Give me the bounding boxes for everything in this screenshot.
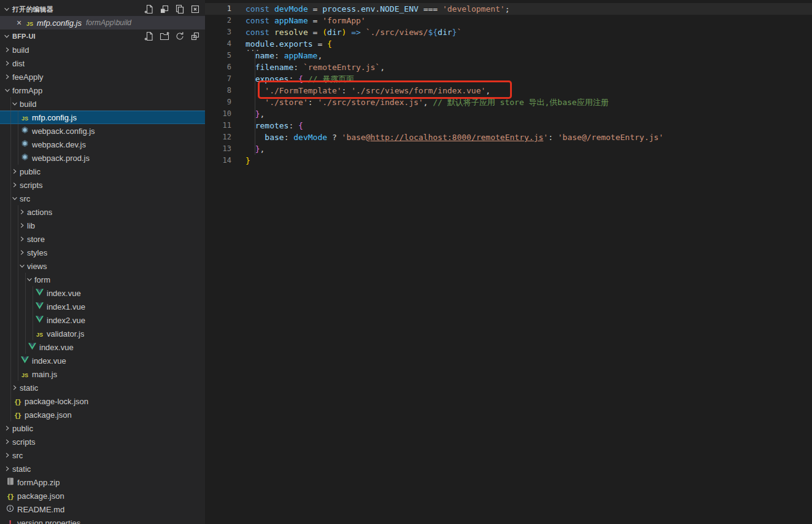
tree-item-index.vue[interactable]: index.vue [0,340,205,354]
chevron-right-icon[interactable] [11,166,18,176]
chevron-right-icon[interactable] [18,221,26,230]
tree-item-public[interactable]: public [0,421,205,435]
tree-item-styles[interactable]: styles [0,246,205,259]
tree-item-README.md[interactable]: README.md [0,502,205,516]
tree-item-label: build [20,100,36,109]
code-text: const appName = 'formApp' [246,15,366,26]
chevron-right-icon[interactable] [11,180,18,190]
chevron-right-icon [12,101,18,107]
tree-item-lib[interactable]: lib [0,219,205,232]
code-text: remotes: { [246,120,303,131]
chevron-down-icon[interactable] [4,85,11,95]
tree-item-webpack.dev.js[interactable]: webpack.dev.js [0,138,205,151]
tree-item-scripts[interactable]: scripts [0,178,205,192]
refresh-explorer-button[interactable] [175,31,185,41]
tree-item-main.js[interactable]: JSmain.js [0,367,205,381]
code-editor[interactable]: 1const devMode = process.env.NODE_ENV ==… [205,0,812,524]
chevron-right-icon[interactable] [4,423,11,433]
tree-item-formApp.zip[interactable]: formApp.zip [0,475,205,489]
tree-item-webpack.config.js[interactable]: webpack.config.js [0,124,205,138]
tree-item-mfp.config.js[interactable]: JSmfp.config.js [0,111,205,124]
new-folder-button[interactable] [160,31,169,41]
code-line-11: 11 remotes: { [205,120,812,131]
tree-item-webpack.prod.js[interactable]: webpack.prod.js [0,151,205,165]
tree-item-public[interactable]: public [0,165,205,178]
tree-item-label: version.properties [17,518,80,524]
tree-item-package.json[interactable]: {}package.json [0,408,205,421]
code-line-8: 8 './FormTemplate': './src/views/form/in… [205,85,812,96]
new-file-button[interactable] [144,31,154,41]
chevron-right-icon[interactable] [4,72,11,82]
tree-indent-guide [25,286,26,300]
json-badge-icon: {} [7,491,14,501]
tree-item-label: static [12,464,31,474]
js-file-icon: JS [20,112,29,122]
tree-indent-guide [18,273,18,286]
chevron-right-icon[interactable] [4,437,11,447]
tree-item-index1.vue[interactable]: index1.vue [0,300,205,313]
tree-item-index.vue[interactable]: index.vue [0,286,205,300]
open-editors-header[interactable]: 打开的编辑器 [0,0,205,16]
tree-item-dist[interactable]: dist [0,57,205,70]
new-untitled-file-button[interactable] [144,4,154,14]
tree-item-feeApply[interactable]: feeApply [0,70,205,84]
tree-item-version.properties[interactable]: !version.properties [0,516,205,524]
open-editors-toolbar [144,2,200,16]
tree-item-build[interactable]: build [0,43,205,57]
toggle-editor-layout-button[interactable] [160,4,169,14]
tree-item-formApp[interactable]: formApp [0,84,205,97]
tree-item-static[interactable]: static [0,462,205,475]
chevron-right-icon [12,385,18,391]
tree-item-static[interactable]: static [0,381,205,394]
open-editor-item[interactable]: × JS mfp.config.js formApp\build [0,16,205,29]
chevron-right-icon [4,60,10,66]
tree-item-store[interactable]: store [0,232,205,246]
chevron-right-icon [4,466,10,472]
tree-indent-guide [25,313,26,327]
tree-item-validator.js[interactable]: JSvalidator.js [0,327,205,340]
tree-item-index2.vue[interactable]: index2.vue [0,313,205,327]
tree-item-package-lock.json[interactable]: {}package-lock.json [0,394,205,408]
collapse-folders-button[interactable] [190,31,200,41]
tree-item-views[interactable]: views [0,259,205,273]
close-all-editors-button[interactable] [190,4,200,14]
chevron-right-icon[interactable] [18,207,26,217]
chevron-down-icon[interactable] [26,275,33,284]
tree-indent-guide [10,219,11,232]
tree-item-actions[interactable]: actions [0,205,205,219]
js-file-icon: JS [20,369,29,379]
tree-item-build[interactable]: build [0,97,205,111]
json-file-icon: {} [13,410,22,420]
chevron-right-icon[interactable] [4,464,11,474]
code-line-6: 6 filename: `remoteEntry.js`, [205,61,812,73]
tree-item-index.vue[interactable]: index.vue [0,354,205,367]
workspace-header[interactable]: BFP-UI [0,29,205,43]
chevron-right-icon[interactable] [11,383,18,393]
vue-badge-icon [36,316,44,325]
close-icon[interactable]: × [15,18,23,27]
tree-item-package.json[interactable]: {}package.json [0,489,205,502]
chevron-right-icon[interactable] [18,248,26,257]
chevron-right-icon[interactable] [4,58,11,68]
js-badge-icon: JS [36,329,43,338]
tree-item-form[interactable]: form [0,273,205,286]
js-file-icon: JS [35,329,44,338]
chevron-right-icon[interactable] [4,450,11,460]
tree-item-label: lib [27,221,35,230]
code-area: 1const devMode = process.env.NODE_ENV ==… [205,0,812,166]
tree-item-src[interactable]: src [0,192,205,205]
tree-item-src[interactable]: src [0,448,205,462]
code-text: filename: `remoteEntry.js`, [246,61,385,73]
chevron-down-icon[interactable] [11,194,18,203]
chevron-down-icon[interactable] [11,99,18,109]
tree-indent-guide [10,259,11,273]
vscode-window: { "colors":{ "sidebar_bg":"#252526","edi… [0,0,812,524]
save-all-button[interactable] [175,4,185,14]
chevron-right-icon[interactable] [18,234,26,244]
chevron-right-icon[interactable] [4,45,11,55]
tree-indent-guide [10,138,11,151]
chevron-down-icon[interactable] [18,261,26,271]
line-number: 7 [205,73,231,85]
tree-item-scripts[interactable]: scripts [0,435,205,448]
tree-item-label: index.vue [47,289,81,298]
